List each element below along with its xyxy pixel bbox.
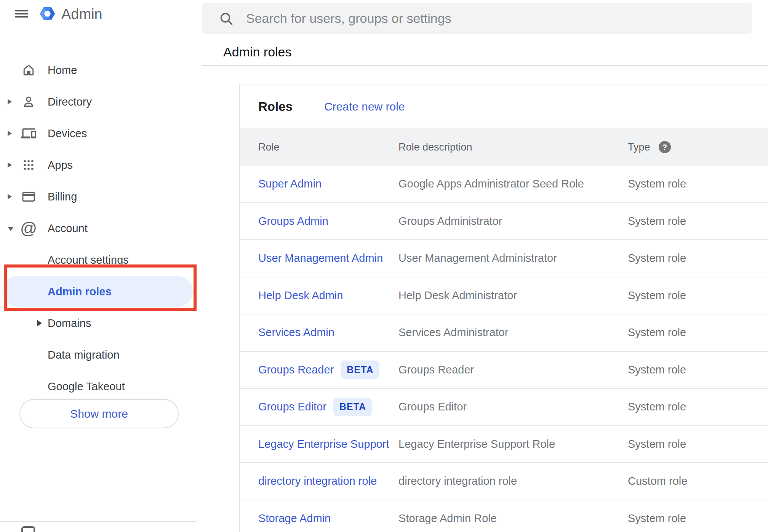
table-row: Groups Reader BETA Groups Reader System … xyxy=(240,352,768,389)
sidebar-item-label: Directory xyxy=(48,95,92,108)
beta-badge: BETA xyxy=(333,398,372,416)
create-new-role-link[interactable]: Create new role xyxy=(324,100,405,113)
sidebar-item-label: Home xyxy=(48,64,77,76)
role-description: Google Apps Administrator Seed Role xyxy=(398,178,628,190)
table-row: Storage Admin Storage Admin Role System … xyxy=(240,500,768,532)
sidebar-item-account-settings[interactable]: Account settings xyxy=(0,244,202,276)
table-row: Super Admin Google Apps Administrator Se… xyxy=(240,166,768,203)
role-type: System role xyxy=(628,438,768,450)
person-icon xyxy=(20,93,37,111)
table-row: Help Desk Admin Help Desk Administrator … xyxy=(240,277,768,315)
table-row: directory integration role directory int… xyxy=(240,463,768,500)
role-type: System role xyxy=(628,364,768,376)
expand-caret-icon xyxy=(8,99,12,104)
sidebar-item-directory[interactable]: Directory xyxy=(0,86,202,117)
role-description: User Management Administrator xyxy=(398,252,628,264)
main-content: Admin roles Roles Create new role Role R… xyxy=(202,0,768,532)
sidebar-item-label: Account xyxy=(48,222,88,234)
breadcrumb: Admin roles xyxy=(223,45,292,59)
apps-grid-icon xyxy=(20,156,37,174)
sidebar-item-billing[interactable]: Billing xyxy=(0,181,202,212)
role-type: System role xyxy=(628,326,768,339)
sidebar-subitem-label: Data migration xyxy=(48,348,120,361)
role-description: directory integration role xyxy=(398,475,628,487)
roles-table-body: Super Admin Google Apps Administrator Se… xyxy=(240,166,768,532)
role-link[interactable]: Help Desk Admin xyxy=(258,289,343,302)
role-link[interactable]: Groups Reader xyxy=(258,364,334,376)
expand-caret-icon xyxy=(8,194,12,199)
table-row: Services Admin Services Administrator Sy… xyxy=(240,314,768,352)
sidebar-item-domains[interactable]: Domains xyxy=(0,307,202,339)
role-type: System role xyxy=(628,401,768,413)
sidebar-item-label: Billing xyxy=(48,190,77,203)
devices-icon xyxy=(20,125,37,142)
role-link[interactable]: Groups Admin xyxy=(258,215,328,228)
sidebar-item-account[interactable]: @ Account xyxy=(0,212,202,244)
sidebar-item-apps[interactable]: Apps xyxy=(0,149,202,181)
role-description: Groups Administrator xyxy=(398,215,628,228)
role-type: System role xyxy=(628,512,768,525)
help-icon[interactable]: ? xyxy=(659,141,671,153)
role-description: Help Desk Administrator xyxy=(398,289,628,302)
expand-caret-icon xyxy=(8,162,12,168)
sidebar-subitem-label: Account settings xyxy=(48,253,129,266)
role-type: Custom role xyxy=(628,475,768,487)
sidebar-item-google-takeout[interactable]: Google Takeout xyxy=(0,370,202,402)
search-input[interactable] xyxy=(246,3,741,34)
role-type: System role xyxy=(628,215,768,228)
sidebar-item-devices[interactable]: Devices xyxy=(0,117,202,149)
role-description: Storage Admin Role xyxy=(398,512,628,525)
expand-caret-icon xyxy=(8,131,12,136)
credit-card-icon xyxy=(20,188,37,205)
role-link[interactable]: Services Admin xyxy=(258,326,334,339)
sidebar-item-data-migration[interactable]: Data migration xyxy=(0,339,202,370)
home-icon xyxy=(20,61,37,79)
roles-card-header: Roles Create new role xyxy=(240,85,768,128)
sidebar-item-label: Apps xyxy=(48,159,73,171)
admin-logo-text: Admin xyxy=(61,6,102,22)
role-description: Groups Reader xyxy=(398,364,628,376)
beta-badge: BETA xyxy=(341,361,379,379)
role-link[interactable]: User Management Admin xyxy=(258,252,383,264)
menu-icon[interactable] xyxy=(15,10,28,18)
role-link[interactable]: Super Admin xyxy=(258,178,322,190)
table-header-row: Role Role description Type ? xyxy=(240,128,768,166)
role-description: Legacy Enterprise Support Role xyxy=(398,438,628,450)
show-more-button[interactable]: Show more xyxy=(19,399,179,428)
partial-section-icon xyxy=(21,526,35,532)
column-header-type: Type ? xyxy=(628,141,768,153)
role-type: System role xyxy=(628,178,768,190)
admin-logo-icon xyxy=(39,5,56,22)
role-link[interactable]: Storage Admin xyxy=(258,512,331,525)
role-description: Groups Editor xyxy=(398,401,628,413)
sidebar-item-home[interactable]: Home xyxy=(0,54,202,86)
sidebar-nav: Home Directory Devices Apps Billing @ Ac… xyxy=(0,54,202,402)
role-link[interactable]: Groups Editor xyxy=(258,401,326,413)
table-row: Legacy Enterprise Support Legacy Enterpr… xyxy=(240,426,768,463)
sidebar-divider xyxy=(0,521,196,522)
sidebar-subitem-label: Domains xyxy=(48,317,91,329)
header-divider xyxy=(202,65,768,66)
role-type: System role xyxy=(628,289,768,302)
at-sign-icon: @ xyxy=(20,220,37,237)
role-type: System role xyxy=(628,252,768,264)
sidebar-subitem-label: Google Takeout xyxy=(48,380,125,393)
column-header-role: Role xyxy=(258,141,398,153)
roles-card: Roles Create new role Role Role descript… xyxy=(239,85,768,532)
search-icon xyxy=(219,11,234,26)
table-row: User Management Admin User Management Ad… xyxy=(240,240,768,277)
expand-caret-icon xyxy=(8,227,14,231)
role-description: Services Administrator xyxy=(398,326,628,339)
table-row: Groups Editor BETA Groups Editor System … xyxy=(240,389,768,426)
column-header-description: Role description xyxy=(398,141,628,153)
search-bar[interactable] xyxy=(202,3,752,34)
sidebar-item-label: Devices xyxy=(48,127,87,139)
table-row: Groups Admin Groups Administrator System… xyxy=(240,203,768,240)
sidebar-header: Admin xyxy=(0,0,202,34)
roles-title: Roles xyxy=(258,99,293,114)
role-link[interactable]: directory integration role xyxy=(258,475,377,487)
role-link[interactable]: Legacy Enterprise Support xyxy=(258,438,389,450)
sidebar: Admin Home Directory Devices Apps Billin… xyxy=(0,0,202,532)
sidebar-item-admin-roles[interactable]: Admin roles xyxy=(0,276,202,307)
expand-caret-icon xyxy=(37,320,42,326)
